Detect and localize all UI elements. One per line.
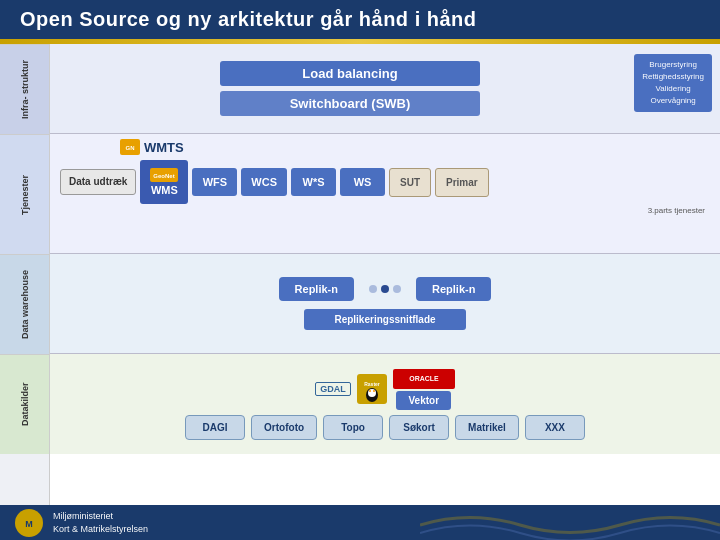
db-row: DAGI Ortofoto Topo Søkort Matrikel [185, 415, 585, 440]
ws-box: WS [340, 168, 385, 196]
labels-column: Infra- struktur Tjenester Data warehouse… [0, 44, 50, 538]
wfs-box: WFS [192, 168, 237, 196]
dots-separator [369, 285, 401, 293]
page-title: Open Source og ny arkitektur går hånd i … [20, 8, 477, 30]
db-matrikel: Matrikel [455, 415, 519, 440]
load-balancing-box: Load balancing [220, 61, 480, 86]
footer-logo: M [15, 509, 43, 537]
dot-2 [381, 285, 389, 293]
svg-text:Raster: Raster [364, 381, 380, 387]
page-header: Open Source og ny arkitektur går hånd i … [0, 0, 720, 39]
db-dagi: DAGI [185, 415, 245, 440]
svg-point-8 [369, 390, 371, 392]
svg-text:M: M [25, 519, 33, 529]
tjenester-label: Tjenester [0, 134, 49, 254]
datakilder-section: GDAL Raster [50, 354, 720, 454]
wstar-box: W*S [291, 168, 336, 196]
wmts-logo: GN WMTS [120, 139, 710, 155]
oracle-vektor-group: ORACLE Vektor [393, 369, 455, 410]
db-sokort: Søkort [389, 415, 449, 440]
datawarehouse-section: Replik-n Replik-n Replikeringssnitflade [50, 254, 720, 354]
main-content: Infra- struktur Tjenester Data warehouse… [0, 44, 720, 538]
right-info-box: Brugerstyring Rettighedsstyring Valideri… [634, 54, 712, 112]
dot-3 [393, 285, 401, 293]
datakilder-label: Datakilder [0, 354, 49, 454]
wmts-text: WMTS [144, 140, 184, 155]
svg-point-7 [368, 389, 376, 397]
footer: M Miljøministeriet Kort & Matrikelstyrel… [0, 505, 720, 540]
vector-area: GDAL Raster [315, 369, 455, 410]
gdal-logo: GDAL [315, 382, 351, 396]
db-topo: Topo [323, 415, 383, 440]
footer-text: Miljøministeriet Kort & Matrikelstyrelse… [53, 510, 148, 535]
svg-text:ORACLE: ORACLE [409, 375, 439, 382]
content-panel: Load balancing Switchboard (SWB) Brugers… [50, 44, 720, 538]
datawarehouse-label: Data warehouse [0, 254, 49, 354]
sut-box: SUT [389, 168, 431, 197]
wcs-box: WCS [241, 168, 287, 196]
infra-label: Infra- struktur [0, 44, 49, 134]
tjenester-section: GN WMTS Data udtræk [50, 134, 720, 254]
svg-point-9 [373, 390, 375, 392]
page-wrapper: Open Source og ny arkitektur går hånd i … [0, 0, 720, 540]
replik-box-1: Replik-n [279, 277, 354, 301]
switchboard-box: Switchboard (SWB) [220, 91, 480, 116]
wms-logo-img: GeoNet [150, 168, 178, 182]
db-ortofoto: Ortofoto [251, 415, 317, 440]
data-udtrak-box: Data udtræk [60, 169, 136, 195]
replik-box-2: Replik-n [416, 277, 491, 301]
third-party-label: 3.parts tjenester [60, 206, 710, 215]
vektor-box: Vektor [396, 391, 451, 410]
db-xxx: XXX [525, 415, 585, 440]
svg-text:GeoNet: GeoNet [154, 173, 175, 179]
svg-text:GN: GN [126, 145, 135, 151]
oracle-logo: ORACLE [393, 369, 455, 389]
services-row: Data udtræk GeoNet WMS [60, 160, 710, 204]
primar-box: Primar [435, 168, 489, 197]
wms-box: GeoNet WMS [140, 160, 188, 204]
replik-interface-box: Replikeringssnitflade [304, 309, 465, 330]
footer-wave [420, 505, 720, 540]
raster-logo: Raster [357, 374, 387, 404]
replik-row: Replik-n Replik-n [279, 277, 492, 301]
dot-1 [369, 285, 377, 293]
wmts-logo-img: GN [120, 139, 140, 155]
infra-section: Load balancing Switchboard (SWB) Brugers… [50, 44, 720, 134]
